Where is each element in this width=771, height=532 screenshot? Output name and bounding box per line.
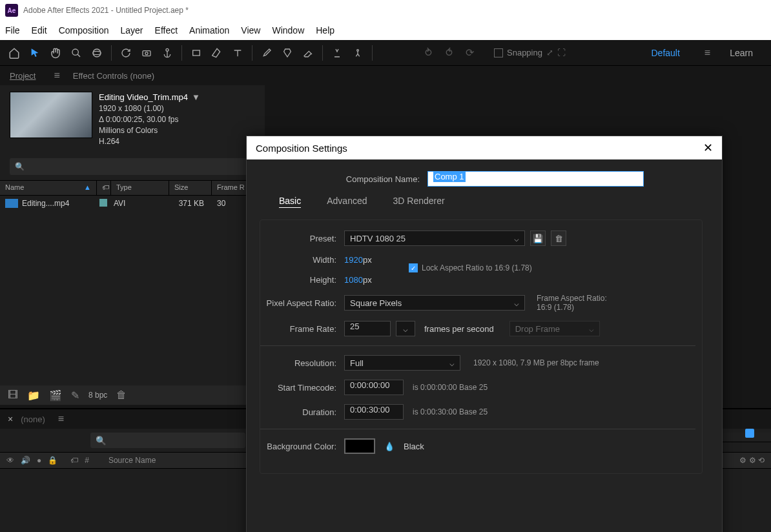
col-name[interactable]: Name [5, 183, 24, 191]
col-tag-icon[interactable]: 🏷 [97, 181, 111, 195]
timeline-close-icon[interactable]: × [8, 414, 13, 424]
bgcolor-swatch[interactable] [344, 438, 375, 454]
preset-save-icon[interactable]: 💾 [530, 230, 546, 246]
svg-point-4 [145, 52, 148, 54]
duration-input[interactable]: 0:00:30:00 [344, 404, 404, 420]
trash-icon[interactable]: 🗑 [116, 389, 127, 401]
eraser-tool-icon[interactable] [299, 44, 317, 62]
width-value[interactable]: 1920 [344, 255, 363, 265]
eyedropper-icon[interactable]: 💧 [382, 438, 397, 454]
bpc-label[interactable]: 8 bpc [88, 391, 107, 400]
adjust-icon[interactable]: ✎ [71, 389, 79, 402]
tl-video-icon[interactable]: 👁 [6, 456, 14, 465]
asset-tag-color[interactable] [99, 199, 107, 207]
tab-3d-renderer[interactable]: 3D Renderer [393, 196, 445, 208]
comp-name-input[interactable]: Comp 1 [427, 171, 644, 187]
snap-opt-icon[interactable]: ⤢ [546, 48, 553, 57]
window-title: Adobe After Effects 2021 - Untitled Proj… [23, 6, 189, 15]
workspace-default[interactable]: Default [651, 48, 679, 58]
framerate-input[interactable]: 25 [344, 321, 391, 336]
interpret-icon[interactable]: 🎞 [8, 389, 18, 401]
fps-label: frames per second [424, 324, 494, 334]
tl-source-name[interactable]: Source Name [108, 456, 156, 465]
comp-icon[interactable]: 🎬 [49, 389, 62, 402]
tl-switches-icon[interactable]: ⚙ ⚙ ⟲ [739, 456, 765, 465]
menu-animation[interactable]: Animation [189, 25, 229, 36]
col-type[interactable]: Type [111, 181, 169, 195]
svg-point-1 [93, 49, 101, 57]
resolution-dropdown[interactable]: Full⌵ [344, 355, 460, 371]
tl-solo-icon[interactable]: ● [37, 456, 41, 465]
tl-lock-icon[interactable]: 🔒 [48, 456, 57, 465]
project-tab-menu-icon[interactable]: ≡ [54, 70, 59, 81]
framerate-dropdown[interactable]: ⌵ [396, 321, 415, 336]
menu-composition[interactable]: Composition [59, 25, 109, 36]
zoom-tool-icon[interactable] [67, 44, 85, 62]
par-label: Pixel Aspect Ratio: [260, 298, 344, 308]
clip-name: Editing Video_Trim.mp4 [99, 92, 188, 103]
col-size[interactable]: Size [169, 181, 212, 195]
menu-layer[interactable]: Layer [121, 25, 143, 36]
orbit-tool-icon[interactable] [88, 44, 106, 62]
playhead-icon[interactable] [745, 429, 754, 438]
clone-tool-icon[interactable] [278, 44, 296, 62]
timeline-search-input[interactable] [90, 433, 245, 448]
project-panel: Project ≡ Effect Controls (none) Editing… [0, 66, 265, 405]
dialog-close-icon[interactable]: ✕ [703, 141, 713, 155]
brush-tool-icon[interactable] [258, 44, 276, 62]
rotate-tool-icon[interactable] [117, 44, 135, 62]
roto-tool-icon[interactable] [328, 44, 346, 62]
hand-tool-icon[interactable] [46, 44, 65, 62]
menu-view[interactable]: View [241, 25, 260, 36]
svg-point-7 [357, 49, 359, 51]
snap-opt2-icon[interactable]: ⛶ [557, 48, 566, 57]
menu-help[interactable]: Help [316, 25, 334, 36]
anchor-tool-icon[interactable] [158, 44, 176, 62]
menu-bar: File Edit Composition Layer Effect Anima… [0, 21, 771, 40]
type-tool-icon[interactable] [229, 44, 247, 62]
start-timecode-info: is 0:00:00:00 Base 25 [413, 383, 488, 392]
preset-label: Preset: [260, 234, 344, 243]
effect-controls-tab[interactable]: Effect Controls (none) [73, 71, 154, 81]
project-search-input[interactable] [10, 158, 255, 175]
menu-window[interactable]: Window [272, 25, 304, 36]
home-tool-icon[interactable] [5, 44, 23, 62]
svg-rect-3 [143, 50, 150, 56]
workspace-menu-icon[interactable]: ≡ [704, 47, 710, 59]
snapping-label: Snapping [507, 48, 542, 57]
pen-tool-icon[interactable] [208, 44, 226, 62]
workspace-learn[interactable]: Learn [730, 48, 753, 58]
tl-audio-icon[interactable]: 🔊 [21, 456, 30, 465]
axis-y-icon[interactable]: ⥀ [440, 44, 458, 62]
height-value[interactable]: 1080 [344, 275, 363, 285]
puppet-tool-icon[interactable] [349, 44, 367, 62]
selection-tool-icon[interactable] [26, 44, 44, 62]
menu-edit[interactable]: Edit [32, 25, 47, 36]
app-logo: Ae [5, 4, 18, 17]
resolution-info: 1920 x 1080, 7.9 MB per 8bpc frame [473, 358, 599, 367]
menu-effect[interactable]: Effect [155, 25, 178, 36]
par-dropdown[interactable]: Square Pixels⌵ [344, 295, 525, 311]
preset-delete-icon[interactable]: 🗑 [551, 230, 566, 246]
menu-file[interactable]: File [5, 25, 20, 36]
dropframe-dropdown: Drop Frame⌵ [509, 321, 600, 336]
rect-tool-icon[interactable] [187, 44, 205, 62]
tab-basic[interactable]: Basic [279, 196, 301, 208]
clip-dropdown-icon[interactable]: ▼ [192, 92, 200, 103]
tl-label-icon[interactable]: 🏷 [70, 456, 78, 465]
project-bottom-bar: 🎞 📁 🎬 ✎ 8 bpc 🗑 [0, 385, 265, 405]
snapping-checkbox[interactable] [494, 48, 503, 57]
project-tab[interactable]: Project [10, 71, 36, 81]
asset-name: Editing....mp4 [18, 199, 94, 208]
axis-z-icon[interactable]: ⟳ [460, 44, 478, 62]
preset-dropdown[interactable]: HDTV 1080 25⌵ [344, 230, 525, 246]
tab-advanced[interactable]: Advanced [327, 196, 367, 208]
lock-aspect-checkbox[interactable]: ✓ [409, 263, 418, 272]
asset-row[interactable]: Editing....mp4 AVI 371 KB 30 [0, 196, 265, 211]
clip-thumbnail[interactable] [10, 92, 92, 138]
start-timecode-input[interactable]: 0:00:00:00 [344, 380, 404, 395]
folder-icon[interactable]: 📁 [27, 389, 40, 402]
camera-tool-icon[interactable] [138, 44, 156, 62]
axis-x-icon[interactable]: ⥁ [419, 44, 437, 62]
timeline-menu-icon[interactable]: ≡ [58, 413, 64, 425]
